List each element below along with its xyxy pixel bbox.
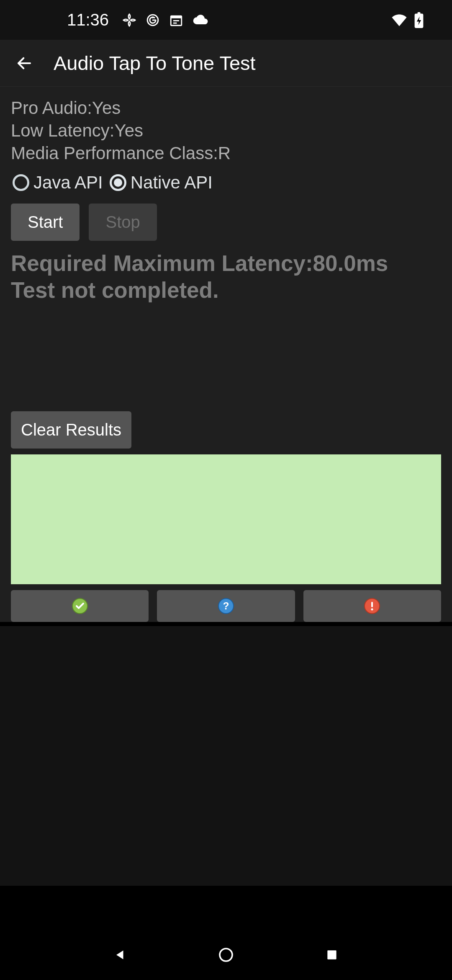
radio-icon [13,174,29,191]
api-radio-group: Java API Native API [11,173,441,193]
cloud-icon [193,14,209,26]
svg-rect-2 [171,16,182,18]
status-bar-right [391,12,424,28]
required-latency-text: Required Maximum Latency:80.0ms [11,250,441,277]
result-mark-row: ? [11,590,441,622]
page-title: Audio Tap To Tone Test [54,52,256,75]
pinwheel-icon [122,13,136,27]
radio-icon [110,174,126,191]
nav-recents-button[interactable] [319,942,344,967]
nav-back-button[interactable] [108,942,133,967]
radio-java-api[interactable]: Java API [11,173,103,193]
arrow-left-icon [15,54,33,72]
status-bar-left: 11:36 [67,10,209,29]
svg-rect-12 [371,602,373,607]
svg-rect-15 [328,950,336,959]
svg-rect-6 [418,12,421,14]
low-latency-label: Low Latency:Yes [11,119,441,142]
back-button[interactable] [14,53,34,73]
main-content: Pro Audio:Yes Low Latency:Yes Media Perf… [0,87,452,622]
battery-charging-icon [414,12,424,28]
stop-button: Stop [89,204,157,241]
result-canvas[interactable] [11,454,441,584]
svg-text:?: ? [223,600,229,611]
calendar-icon [169,13,183,27]
radio-native-api[interactable]: Native API [108,173,213,193]
triangle-left-icon [113,947,128,962]
svg-point-13 [371,609,373,611]
status-bar: 11:36 [0,0,452,40]
svg-point-14 [220,949,232,961]
info-button[interactable]: ? [157,590,295,622]
pass-button[interactable] [11,590,149,622]
empty-area [0,626,452,886]
app-bar: Audio Tap To Tone Test [0,40,452,87]
start-button[interactable]: Start [11,204,80,241]
wifi-icon [391,13,408,27]
circle-icon [218,946,234,963]
radio-java-api-label: Java API [33,173,103,193]
media-perf-class-label: Media Performance Class:R [11,142,441,165]
square-icon [325,948,339,962]
clear-results-button[interactable]: Clear Results [11,411,131,449]
question-circle-icon: ? [218,598,234,614]
test-status-text: Test not completed. [11,277,441,304]
pro-audio-label: Pro Audio:Yes [11,97,441,119]
nav-home-button[interactable] [213,942,239,967]
control-button-row: Start Stop [11,204,441,241]
status-time: 11:36 [67,10,109,29]
radio-native-api-label: Native API [131,173,213,193]
check-circle-icon [72,598,88,614]
fail-button[interactable] [303,590,441,622]
navigation-bar [0,930,452,980]
google-icon [146,13,160,27]
alert-circle-icon [364,598,380,614]
